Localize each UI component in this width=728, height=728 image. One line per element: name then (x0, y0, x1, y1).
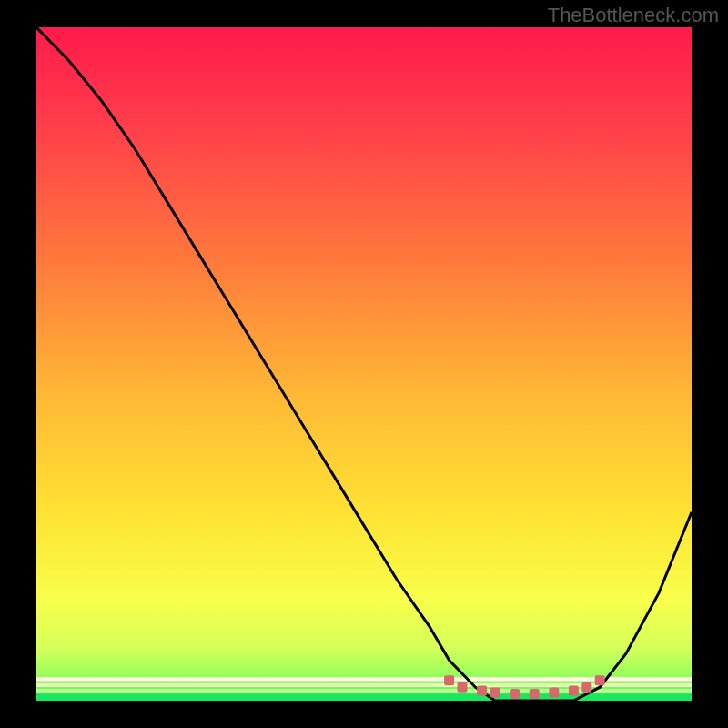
svg-rect-0 (36, 677, 692, 681)
plot-area (36, 27, 692, 701)
svg-rect-1 (36, 683, 692, 687)
marker-point (510, 689, 520, 699)
marker-point (490, 688, 500, 698)
chart-frame: TheBottleneck.com (0, 0, 728, 728)
chart-svg (36, 27, 692, 701)
marker-point (530, 689, 540, 699)
marker-point (444, 675, 454, 685)
gradient-bg (36, 27, 692, 701)
low-band (36, 677, 692, 701)
marker-point (581, 682, 592, 693)
marker-point (477, 685, 487, 695)
marker-point (569, 685, 579, 695)
marker-point (549, 688, 559, 698)
marker-point (458, 682, 468, 693)
watermark-text: TheBottleneck.com (548, 4, 719, 27)
svg-rect-3 (36, 694, 692, 701)
marker-point (595, 675, 605, 685)
